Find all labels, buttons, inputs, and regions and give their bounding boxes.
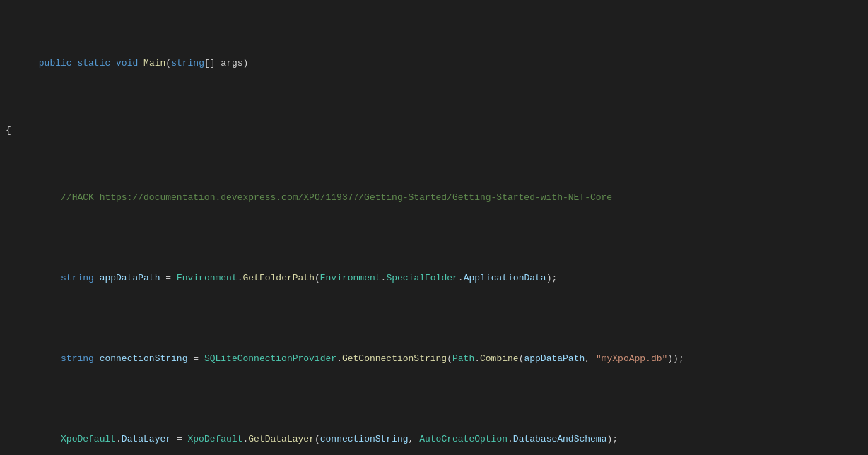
line-3: //HACK https://documentation.devexpress.… [0,177,868,218]
line-5: string connectionString = SQLiteConnecti… [0,338,868,379]
code-editor[interactable]: public static void Main(string[] args) {… [0,0,868,455]
line-4: string appDataPath = Environment.GetFold… [0,258,868,298]
line-6: XpoDefault.DataLayer = XpoDefault.GetDat… [0,419,868,455]
line-1: public static void Main(string[] args) [0,43,868,83]
line-2: { [0,124,868,137]
